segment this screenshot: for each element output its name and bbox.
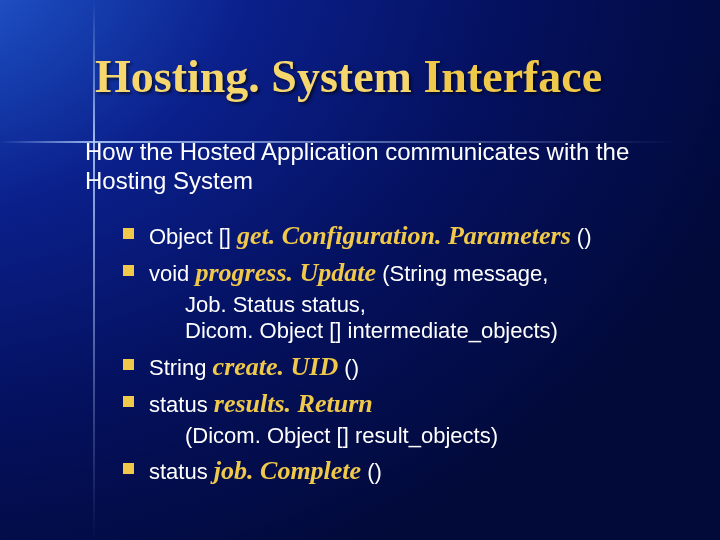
method-tail: (): [361, 459, 382, 484]
title-text-1: Hosting. System: [95, 51, 423, 102]
method-name: progress. Update: [195, 258, 376, 287]
param-line: (Dicom. Object [] result_objects): [185, 423, 680, 449]
params-block-1: Job. Status status, Dicom. Object [] int…: [95, 292, 680, 345]
params-block-2: (Dicom. Object [] result_objects): [95, 423, 680, 449]
slide-content: Hosting. System Interface How the Hosted…: [0, 0, 720, 540]
slide-title: Hosting. System Interface: [95, 50, 680, 103]
return-type: String: [149, 355, 213, 380]
return-type: Object []: [149, 224, 237, 249]
list-item: String create. UID (): [123, 349, 680, 384]
list-item: void progress. Update (String message,: [123, 255, 680, 290]
title-text-2: Interface: [423, 51, 602, 102]
method-name: results. Return: [214, 389, 373, 418]
slide-subtitle: How the Hosted Application communicates …: [85, 138, 680, 196]
return-type: void: [149, 261, 195, 286]
param-line: Job. Status status,: [185, 292, 680, 318]
list-item: status results. Return: [123, 386, 680, 421]
method-tail: (): [571, 224, 592, 249]
list-item: status job. Complete (): [123, 453, 680, 488]
return-type: status: [149, 459, 214, 484]
method-list-1: Object [] get. Configuration. Parameters…: [95, 218, 680, 290]
method-tail: (String message,: [376, 261, 548, 286]
method-list-3: status job. Complete (): [95, 453, 680, 488]
method-name: get. Configuration. Parameters: [237, 221, 571, 250]
method-name: job. Complete: [214, 456, 361, 485]
return-type: status: [149, 392, 214, 417]
method-list-2: String create. UID () status results. Re…: [95, 349, 680, 421]
method-name: create. UID: [213, 352, 339, 381]
list-item: Object [] get. Configuration. Parameters…: [123, 218, 680, 253]
method-tail: (): [338, 355, 359, 380]
param-line: Dicom. Object [] intermediate_objects): [185, 318, 680, 344]
